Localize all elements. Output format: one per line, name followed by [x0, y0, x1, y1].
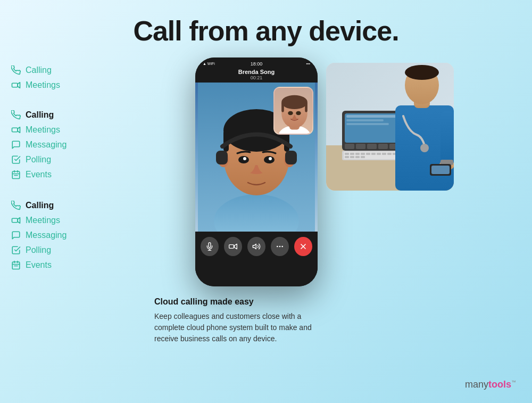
manytools-branding: manytools™ [465, 379, 516, 390]
svg-rect-42 [229, 245, 234, 249]
video-icon-bot [11, 215, 21, 226]
page-title: Call from any device. [11, 15, 521, 47]
svg-rect-9 [12, 218, 18, 223]
svg-point-47 [281, 246, 283, 248]
sidebar-item-meetings-top-label: Meetings [26, 80, 60, 90]
video-button[interactable] [224, 237, 242, 256]
svg-rect-67 [361, 153, 365, 155]
sidebar-item-meetings-bot[interactable]: Meetings [11, 213, 128, 228]
svg-rect-93 [431, 166, 450, 174]
svg-point-45 [277, 246, 278, 248]
sidebar-item-polling-bot-label: Polling [26, 245, 51, 255]
phone-small-video [273, 87, 313, 135]
phone-controls[interactable] [195, 232, 318, 261]
svg-rect-57 [345, 144, 354, 149]
svg-point-46 [279, 246, 281, 248]
svg-rect-54 [346, 115, 396, 118]
svg-rect-81 [361, 156, 365, 158]
svg-rect-80 [355, 156, 360, 158]
sidebar-item-meetings-mid[interactable]: Meetings [11, 122, 128, 137]
sidebar-item-events-bot-label: Events [26, 260, 52, 270]
more-button[interactable] [271, 237, 289, 256]
sidebar-item-calling-top[interactable]: Calling [11, 63, 128, 78]
svg-rect-0 [12, 83, 18, 87]
svg-rect-26 [285, 151, 297, 165]
sidebar-item-polling-bot[interactable]: Polling [11, 243, 128, 258]
video-icon-mid [11, 125, 21, 135]
sidebar-item-calling-mid-label: Calling [26, 110, 54, 120]
phone-time: 18:00 [251, 61, 263, 67]
svg-rect-71 [382, 153, 386, 155]
svg-rect-56 [346, 123, 389, 125]
svg-marker-44 [253, 244, 256, 249]
phone-call-duration: 00:21 [195, 75, 318, 80]
phone-main-video [195, 83, 318, 232]
mute-button[interactable] [201, 237, 219, 256]
phone-icon-bot [11, 200, 21, 211]
description-section: Cloud calling made easy Keep colleagues … [149, 297, 330, 344]
sidebar-item-events-bot[interactable]: Events [11, 258, 128, 273]
phone-caller-name: Brenda Song [195, 69, 318, 75]
sidebar-item-calling-mid[interactable]: Calling [11, 108, 128, 122]
svg-rect-89 [440, 111, 454, 164]
phone-status-bar: ▲ WiFi 18:00 ▪▪▪ [195, 57, 318, 68]
sidebar-item-messaging-bot[interactable]: Messaging [11, 228, 128, 243]
desk-image [326, 63, 454, 191]
phone-inner: ▲ WiFi 18:00 ▪▪▪ Brenda Song 00:21 [195, 57, 318, 286]
svg-rect-78 [345, 156, 349, 158]
svg-rect-53 [345, 113, 398, 143]
events-icon-mid [11, 169, 21, 180]
woman-face-illustration [275, 88, 313, 135]
phone-mockup: ▲ WiFi 18:00 ▪▪▪ Brenda Song 00:21 [195, 57, 318, 286]
phone-icon [11, 65, 21, 76]
svg-rect-69 [371, 153, 376, 155]
sidebar-item-calling-bot[interactable]: Calling [11, 198, 128, 213]
end-call-button[interactable] [294, 237, 312, 256]
page-header: Call from any device. [0, 0, 532, 57]
sidebar-item-messaging-mid[interactable]: Messaging [11, 137, 128, 152]
svg-rect-65 [350, 153, 354, 155]
svg-rect-70 [377, 153, 381, 155]
description-title: Cloud calling made easy [154, 297, 325, 307]
message-icon-mid [11, 139, 21, 150]
svg-rect-55 [346, 119, 384, 121]
svg-rect-60 [378, 144, 388, 149]
svg-marker-10 [18, 218, 20, 224]
images-row: ▲ WiFi 18:00 ▪▪▪ Brenda Song 00:21 [195, 57, 454, 286]
sidebar-item-calling-bot-label: Calling [26, 201, 54, 210]
brand-tm: ™ [511, 380, 516, 385]
svg-point-35 [281, 95, 307, 109]
message-icon-bot [11, 230, 21, 241]
svg-point-29 [243, 157, 246, 160]
phone-battery: ▪▪▪ [306, 62, 310, 65]
description-body: Keep colleagues and customers close with… [154, 311, 325, 344]
brand-tools: tools [488, 379, 511, 390]
svg-point-88 [405, 65, 439, 80]
svg-rect-64 [345, 153, 349, 155]
sidebar: Calling Meetings Call [11, 57, 128, 283]
phone-icon-mid [11, 110, 21, 120]
svg-point-38 [288, 111, 293, 116]
svg-rect-2 [12, 128, 18, 132]
svg-point-30 [269, 157, 272, 160]
sidebar-item-events-mid[interactable]: Events [11, 167, 128, 182]
svg-rect-66 [355, 153, 360, 155]
checkbox-icon-bot [11, 245, 21, 256]
sidebar-item-meetings-top[interactable]: Meetings [11, 78, 128, 93]
speaker-button[interactable] [247, 237, 265, 256]
video-icon-top [11, 80, 21, 91]
svg-marker-43 [235, 244, 237, 249]
sidebar-item-polling-mid-label: Polling [26, 155, 51, 165]
events-icon-bot [11, 260, 21, 270]
sidebar-top-group: Calling Meetings [11, 63, 128, 93]
desk-scene-illustration [326, 63, 454, 191]
svg-marker-3 [18, 127, 20, 133]
sidebar-item-meetings-bot-label: Meetings [26, 216, 60, 225]
sidebar-item-events-mid-label: Events [26, 170, 52, 179]
sidebar-item-messaging-bot-label: Messaging [26, 231, 66, 240]
brand-many: many [465, 379, 488, 390]
sidebar-item-polling-mid[interactable]: Polling [11, 152, 128, 167]
svg-point-85 [420, 144, 429, 152]
svg-rect-68 [366, 153, 370, 155]
sidebar-item-messaging-mid-label: Messaging [26, 140, 66, 150]
